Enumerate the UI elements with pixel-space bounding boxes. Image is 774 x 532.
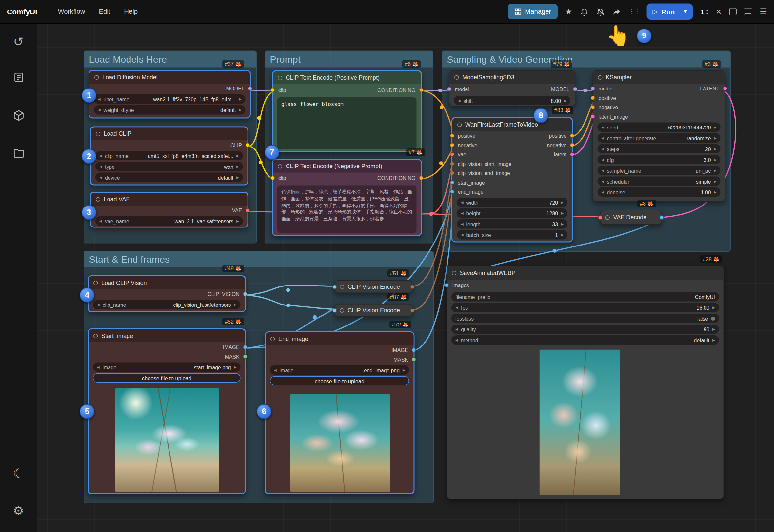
input-port-vae[interactable] [598, 215, 603, 220]
widget-method[interactable]: ◀methoddefault▶ [451, 335, 719, 345]
increment-arrow-icon[interactable]: ▶ [234, 303, 236, 306]
node-header[interactable]: WanFirstLastFrameToVideo [452, 118, 572, 131]
widget-denoise[interactable]: ◀denoise1.00▶ [598, 187, 721, 197]
increment-arrow-icon[interactable]: ▶ [236, 165, 239, 168]
collapse-dot-icon[interactable] [93, 281, 98, 285]
decrement-arrow-icon[interactable]: ◀ [602, 125, 604, 129]
widget-image[interactable]: ◀imageend_image.png▶ [270, 365, 409, 375]
increment-arrow-icon[interactable]: ▶ [236, 154, 239, 158]
prompt-textarea[interactable]: 色调艳丽，过曝，静态，细节模糊不清，字幕，风格，作品，画作，画面，整体发灰，最差… [277, 186, 417, 233]
batch-count-stepper[interactable]: 1 ▴ ▾ [700, 8, 708, 16]
output-port-vae[interactable] [246, 208, 250, 213]
settings-gear-icon[interactable]: ⚙ [13, 503, 24, 518]
input-port-negative[interactable] [450, 143, 455, 147]
menu-workflow[interactable]: Workflow [58, 8, 85, 15]
node-clip-text-encode-negative[interactable]: CLIP Text Encode (Negative Prompt) clip … [272, 159, 422, 236]
widget-filename-prefix[interactable]: filename_prefixComfyUI [451, 292, 719, 302]
collapse-dot-icon[interactable] [270, 337, 275, 341]
widget-quality[interactable]: ◀quality90▶ [451, 325, 719, 334]
decrement-arrow-icon[interactable]: ◀ [602, 136, 604, 140]
widget-steps[interactable]: ◀steps20▶ [598, 144, 721, 154]
node-load-diffusion-model[interactable]: Load Diffusion Model MODEL ◀unet_namewan… [89, 70, 251, 119]
increment-arrow-icon[interactable]: ▶ [239, 97, 241, 101]
widget-unet-name[interactable]: ◀unet_namewan2.1_flf2v_720p_14B_fp8_e4m.… [94, 94, 246, 104]
input-port-end-image[interactable] [450, 189, 455, 194]
decrement-arrow-icon[interactable]: ◀ [97, 365, 100, 369]
output-port-clip-vision-output[interactable] [410, 308, 415, 313]
increment-arrow-icon[interactable]: ▶ [239, 108, 241, 112]
node-ksampler[interactable]: KSampler model LATENT positive negative … [593, 70, 725, 202]
input-port-clip-vision-end-image[interactable] [450, 171, 455, 175]
output-port-conditioning[interactable] [419, 176, 424, 180]
queue-log-icon[interactable] [13, 72, 24, 83]
workflows-folder-icon[interactable] [12, 148, 24, 159]
widget-fps[interactable]: ◀fps16.00▶ [451, 303, 719, 312]
decrement-arrow-icon[interactable]: ◀ [98, 108, 101, 112]
menu-edit[interactable]: Edit [99, 8, 110, 15]
node-vae-decode[interactable]: VAE Decode [600, 210, 662, 225]
input-port-negative[interactable] [591, 105, 595, 109]
manager-button[interactable]: Manager [508, 4, 558, 19]
output-port-latent[interactable] [723, 86, 727, 91]
decrement-arrow-icon[interactable]: ◀ [461, 200, 464, 204]
node-load-clip-vision[interactable]: Load CLIP Vision CLIP_VISION ◀clip_namec… [88, 275, 246, 312]
increment-arrow-icon[interactable]: ▶ [236, 175, 239, 179]
collapse-dot-icon[interactable] [340, 308, 345, 313]
collapse-dot-icon[interactable] [93, 334, 98, 338]
close-icon[interactable]: ✕ [716, 7, 722, 16]
theme-moon-icon[interactable]: ☾ [13, 466, 24, 481]
output-port-model[interactable] [248, 86, 252, 91]
widget-height[interactable]: ◀height1280▶ [457, 208, 568, 218]
batch-count-value[interactable]: 1 [700, 8, 705, 16]
node-header[interactable]: Load CLIP Vision [89, 276, 245, 289]
decrement-arrow-icon[interactable]: ◀ [461, 222, 464, 226]
node-header[interactable]: SaveAnimatedWEBP [447, 266, 724, 280]
decrement-arrow-icon[interactable]: ◀ [461, 233, 464, 237]
decrement-arrow-icon[interactable]: ◀ [602, 147, 604, 151]
node-end-image[interactable]: End_image IMAGE MASK ◀imageend_image.png… [265, 331, 415, 494]
collapse-dot-icon[interactable] [457, 122, 462, 127]
decrement-arrow-icon[interactable]: ◀ [97, 303, 100, 306]
increment-arrow-icon[interactable]: ▶ [236, 219, 239, 223]
widget-lossless[interactable]: losslessfalse [451, 314, 719, 323]
increment-arrow-icon[interactable]: ▶ [714, 190, 716, 194]
bell-icon[interactable] [580, 7, 589, 16]
input-port-positive[interactable] [591, 95, 595, 100]
node-start-image[interactable]: Start_image IMAGE MASK ◀imagestart_image… [88, 328, 246, 494]
increment-arrow-icon[interactable]: ▶ [561, 222, 564, 226]
output-port-clip-vision-output[interactable] [410, 285, 415, 289]
node-saveanimatedwebp[interactable]: SaveAnimatedWEBP images filename_prefixC… [447, 266, 724, 499]
increment-arrow-icon[interactable]: ▶ [403, 368, 405, 372]
node-load-clip[interactable]: Load CLIP CLIP ◀clip_nameumt5_xxl_fp8_e4… [90, 127, 248, 186]
decrement-arrow-icon[interactable]: ◀ [99, 219, 102, 223]
input-port-clip-vision-start-image[interactable] [450, 161, 455, 166]
run-button[interactable]: ▷ Run ▾ [647, 4, 693, 20]
model-library-icon[interactable] [12, 110, 24, 122]
increment-arrow-icon[interactable]: ▶ [234, 365, 236, 369]
increment-arrow-icon[interactable]: ▶ [564, 99, 566, 103]
decrement-arrow-icon[interactable]: ◀ [274, 368, 277, 372]
output-port-image[interactable] [243, 345, 248, 349]
input-port-vae[interactable] [450, 152, 455, 157]
node-header[interactable]: CLIP Text Encode (Positive Prompt) [273, 71, 421, 84]
increment-arrow-icon[interactable]: ▶ [714, 147, 716, 151]
decrement-arrow-icon[interactable]: ◀ [602, 190, 604, 194]
input-port-model[interactable] [591, 86, 595, 91]
widget-control-after-generate[interactable]: ◀control after generaterandomize▶ [598, 133, 721, 143]
widget-clip-name[interactable]: ◀clip_nameclip_vision_h.safetensors▶ [93, 300, 241, 309]
focus-mode-icon[interactable] [729, 8, 737, 15]
node-clip-text-encode-positive[interactable]: CLIP Text Encode (Positive Prompt) clip … [272, 70, 422, 153]
widget-cfg[interactable]: ◀cfg3.0▶ [598, 155, 721, 165]
widget-batch-size[interactable]: ◀batch_size1▶ [457, 230, 568, 240]
collapse-dot-icon[interactable] [278, 75, 283, 80]
increment-arrow-icon[interactable]: ▶ [561, 233, 564, 237]
output-port-conditioning[interactable] [419, 88, 424, 92]
node-header[interactable]: End_image [266, 332, 414, 345]
node-wanfirstlastframetovideo[interactable]: WanFirstLastFrameToVideo positive positi… [451, 117, 573, 243]
node-header[interactable]: CLIP Text Encode (Negative Prompt) [273, 160, 421, 173]
widget-weight-dtype[interactable]: ◀weight_dtypedefault▶ [94, 105, 246, 115]
bottom-panel-icon[interactable] [744, 8, 752, 15]
node-canvas[interactable]: Load Models Here Prompt Sampling & Video… [0, 0, 774, 532]
prompt-textarea[interactable]: glass flower blossom [277, 97, 417, 149]
input-port-clip[interactable] [270, 88, 275, 92]
